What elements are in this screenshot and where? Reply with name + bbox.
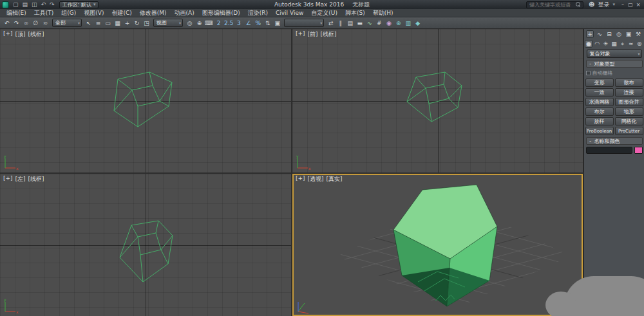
undo-icon[interactable]: ↶ [2,18,12,28]
menu-create[interactable]: 创建(C) [108,9,135,17]
unlink-selection-icon[interactable]: ∅ [31,18,41,28]
button-scatter[interactable]: 散布 [615,79,643,87]
select-by-name-icon[interactable]: ≡ [93,18,103,28]
angle-snap-icon[interactable]: ∠ [243,18,253,28]
ribbon-toggle-icon[interactable]: ▬ [355,18,365,28]
rectangular-selection-region-icon[interactable]: ▭ [103,18,113,28]
menu-tools[interactable]: 工具(T) [30,9,58,17]
workspace-dropdown[interactable]: 工作区: 默认 ▾ [59,1,99,8]
wireframe-object-front[interactable] [292,29,583,172]
viewport-front[interactable]: [+] [前] [线框] x y [292,29,583,172]
rendered-frame-window-icon[interactable]: ▥ [403,18,413,28]
menu-scripting[interactable]: 脚本(S) [341,9,369,17]
button-connect[interactable]: 连接 [615,88,643,97]
select-and-link-icon[interactable]: ∞ [21,18,31,28]
category-geometry[interactable]: ● [585,40,592,48]
search-input[interactable] [528,2,576,8]
keyboard-shortcut-override-icon[interactable]: ⌨ [204,18,214,28]
menu-help[interactable]: 帮助(H) [369,9,397,17]
menu-modifiers[interactable]: 修改器(M) [136,9,171,17]
button-shapemerge[interactable]: 图形合并 [615,98,643,106]
category-space-warps[interactable]: ≈ [627,40,635,48]
wireframe-object-top[interactable] [0,29,291,172]
viewport-view-button[interactable]: [顶] [15,30,26,39]
category-cameras[interactable]: ▦ [611,40,618,48]
button-mesher[interactable]: 网格化 [615,117,643,125]
viewport-left[interactable]: [+] [左] [线框] x y [0,174,291,316]
snap-toggle-2d-icon[interactable]: 2 [214,18,223,28]
select-object-icon[interactable]: ↖ [84,18,93,28]
tab-display[interactable]: ▣ [625,30,632,38]
tab-hierarchy[interactable]: ⊟ [605,30,613,38]
compound-object-mesh[interactable] [393,185,497,306]
tab-create[interactable]: + [586,30,594,38]
use-pivot-point-center-icon[interactable]: ◎ [185,18,194,28]
schematic-view-icon[interactable]: # [374,18,384,28]
menu-rendering[interactable]: 渲染(R) [244,9,272,17]
menu-edit[interactable]: 编辑(E) [3,9,30,17]
viewport-perspective[interactable]: [+] [透视] [真实] [292,174,583,316]
menu-animation[interactable]: 动画(A) [171,9,198,17]
viewport-shading-button[interactable]: [真实] [327,175,343,183]
close-button[interactable]: × [634,1,642,9]
named-selection-dropdown[interactable]: ▾ [284,19,324,27]
chevron-down-icon[interactable]: ▾ [612,2,615,7]
3ds-max-logo-icon[interactable] [2,1,9,8]
viewport-view-button[interactable]: [前] [308,30,318,39]
sign-in-button[interactable]: 登录 [598,1,609,9]
menu-views[interactable]: 视图(V) [80,9,108,17]
redo-icon[interactable]: ↷ [12,18,21,28]
curve-editor-icon[interactable]: ∿ [365,18,374,28]
search-icon[interactable] [576,2,582,8]
material-editor-icon[interactable]: ◉ [384,18,393,28]
viewport-shading-button[interactable]: [线框] [28,175,44,183]
new-scene-icon[interactable]: ▢ [11,1,21,9]
object-color-swatch[interactable] [634,147,643,154]
mirror-icon[interactable]: ⇄ [326,18,336,28]
autogrid-checkbox[interactable] [586,71,591,75]
tab-utilities[interactable]: ⚒ [634,30,642,38]
save-file-icon[interactable]: ◫ [30,1,39,9]
window-crossing-toggle-icon[interactable]: ▦ [113,18,122,28]
render-production-icon[interactable]: ◆ [413,18,422,28]
minimize-button[interactable]: – [619,1,627,9]
undo-icon[interactable]: ↶ [39,1,48,9]
edit-named-selection-sets-icon[interactable]: ▣ [272,18,282,28]
menu-customize[interactable]: 自定义(U) [307,9,341,17]
category-helpers[interactable]: ⌖ [619,40,627,48]
viewport-shading-button[interactable]: [线框] [28,30,44,39]
redo-icon[interactable]: ↷ [48,1,57,9]
button-boolean[interactable]: 布尔 [585,107,614,116]
viewport-view-button[interactable]: [左] [15,175,26,183]
tab-motion[interactable]: ◎ [615,30,623,38]
button-blobmesh[interactable]: 水滴网格 [585,98,614,106]
bind-to-space-warp-icon[interactable]: ≈ [41,18,50,28]
wireframe-object-left[interactable] [0,174,291,316]
select-and-manipulate-icon[interactable]: ⊕ [194,18,204,28]
menu-group[interactable]: 组(G) [57,9,80,17]
snap-toggle-25d-icon[interactable]: 2.5 [223,18,234,28]
menu-graph-editors[interactable]: 图形编辑器(D) [198,9,244,17]
button-procutter[interactable]: ProCutter [615,127,643,135]
selection-filter-dropdown[interactable]: 全部 ▾ [52,19,82,27]
select-and-scale-icon[interactable]: ◳ [142,18,151,28]
category-lights[interactable]: ☀ [601,40,609,48]
button-terrain[interactable]: 地形 [615,107,643,116]
snap-toggle-3d-icon[interactable]: 3 [234,18,243,28]
select-and-move-icon[interactable]: + [122,18,132,28]
render-setup-icon[interactable]: ⊛ [393,18,403,28]
viewport-menu-button[interactable]: [+] [3,175,13,183]
viewport-menu-button[interactable]: [+] [3,30,13,39]
align-icon[interactable]: ∥ [336,18,345,28]
viewport-menu-button[interactable]: [+] [296,30,305,39]
maximize-button[interactable]: ▢ [627,1,634,9]
rollout-name-color[interactable]: - 名称和颜色 [586,137,643,145]
object-category-dropdown[interactable]: 复合对象 ▾ [587,50,642,58]
button-loft[interactable]: 放样 [585,117,614,125]
button-conform[interactable]: 一致 [585,88,614,97]
viewport-top[interactable]: [+] [顶] [线框] x y [0,29,291,172]
button-proboolean[interactable]: ProBoolean [585,127,614,135]
viewport-menu-button[interactable]: [+] [296,175,305,183]
viewport-splitter-horizontal[interactable] [0,172,583,174]
menu-civil-view[interactable]: Civil View [272,9,307,17]
